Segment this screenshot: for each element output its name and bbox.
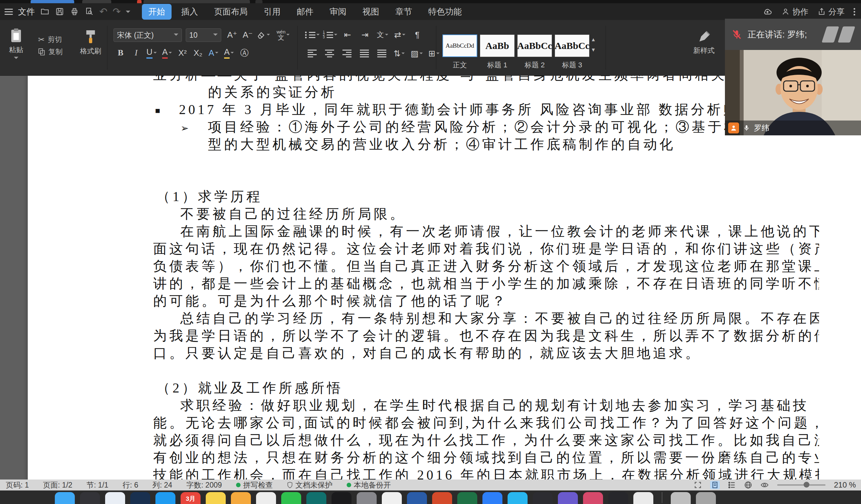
char-scale-button[interactable]: ⇄	[393, 28, 407, 42]
paste-dropdown-icon[interactable]	[14, 57, 18, 61]
clear-format-button[interactable]	[256, 28, 270, 42]
dock-icon-app-teal[interactable]	[306, 492, 326, 504]
dock-icon-app-cyan[interactable]	[508, 492, 528, 504]
dock-icon-mail[interactable]	[155, 492, 175, 504]
font-size-select[interactable]: 10	[186, 28, 221, 42]
dock-icon-excel[interactable]	[457, 492, 477, 504]
open-file-icon[interactable]	[40, 7, 50, 16]
distribute-button[interactable]	[375, 46, 389, 60]
justify-button[interactable]	[357, 46, 371, 60]
dock-icon-app-dark[interactable]	[80, 492, 100, 504]
file-menu[interactable]: 文件	[18, 6, 35, 17]
decrease-indent-button[interactable]: ⇤	[341, 28, 355, 42]
numbered-list-dropdown-icon[interactable]	[334, 34, 337, 37]
underline-button[interactable]: U	[145, 46, 159, 60]
fullscreen-icon[interactable]	[694, 481, 702, 489]
ribbon-tab-1[interactable]: 插入	[175, 4, 204, 20]
hamburger-menu-icon[interactable]	[4, 9, 13, 15]
style-item-0[interactable]: AaBbCcDd正文	[442, 34, 477, 70]
char-scale-dropdown-icon[interactable]	[402, 34, 405, 37]
ribbon-tab-6[interactable]: 视图	[356, 4, 386, 20]
ribbon-tab-0[interactable]: 开始	[142, 4, 172, 20]
document-page[interactable]: 业分析——关于“监管内容的视觉关注程度”与“监管自身危机发生频率两者间相关程度的…	[28, 76, 861, 479]
document-viewport[interactable]: 业分析——关于“监管内容的视觉关注程度”与“监管自身危机发生频率两者间相关程度的…	[0, 76, 861, 479]
shading-button[interactable]: ▨	[410, 46, 424, 60]
dock-icon-calendar[interactable]: 3月	[181, 492, 201, 504]
meeting-overlay[interactable]: 正在讲话: 罗纬;	[725, 19, 861, 135]
styles-scroll-down-icon[interactable]: ▼	[591, 47, 596, 53]
macos-dock[interactable]: 3月	[0, 490, 861, 504]
highlight-button[interactable]: A	[222, 46, 236, 60]
ribbon-tab-8[interactable]: 特色功能	[422, 4, 468, 20]
dock-icon-powerpoint[interactable]	[432, 492, 452, 504]
save-icon[interactable]	[55, 7, 65, 16]
ribbon-tab-2[interactable]: 页面布局	[208, 4, 254, 20]
bold-button[interactable]: B	[113, 46, 128, 60]
shading-dropdown-icon[interactable]	[420, 53, 423, 56]
clear-format-dropdown-icon[interactable]	[267, 34, 270, 37]
cut-button[interactable]: ✂ 剪切	[38, 33, 63, 46]
text-effects-dropdown-icon[interactable]	[215, 52, 218, 55]
dock-icon-word[interactable]	[407, 492, 427, 504]
dock-icon-app-dark2[interactable]	[533, 492, 553, 504]
dock-icon-app-navy[interactable]	[130, 492, 150, 504]
quickbar-dropdown-icon[interactable]	[126, 11, 130, 15]
subscript-button[interactable]: X₂	[191, 46, 205, 60]
dock-icon-wechat[interactable]	[281, 492, 301, 504]
borders-dropdown-icon[interactable]	[436, 53, 439, 56]
dock-icon-app-purple[interactable]	[558, 492, 578, 504]
increase-font-button[interactable]: A⁺	[225, 28, 239, 42]
style-item-1[interactable]: AaBb标题 1	[480, 34, 515, 70]
borders-button[interactable]: ⊞	[427, 46, 441, 60]
eye-protect-icon[interactable]	[761, 481, 769, 489]
font-color-dropdown-icon[interactable]	[169, 52, 172, 55]
superscript-button[interactable]: X²	[175, 46, 190, 60]
print-preview-icon[interactable]	[84, 7, 94, 16]
numbered-list-button[interactable]	[323, 28, 337, 42]
status-item-8[interactable]: 本地备份开	[347, 480, 391, 490]
tab-fragment[interactable]	[82, 0, 111, 3]
decrease-font-button[interactable]: A⁻	[241, 28, 255, 42]
dock-icon-app-dark3[interactable]	[608, 492, 628, 504]
page-view-icon[interactable]	[710, 481, 720, 489]
undo-icon[interactable]: ↶	[99, 7, 107, 16]
bullet-list-button[interactable]	[305, 28, 319, 42]
align-center-button[interactable]	[323, 46, 337, 60]
pinyin-guide-button[interactable]: wén文	[276, 28, 290, 42]
new-style-button[interactable]: 新样式	[693, 29, 715, 55]
asian-layout-dropdown-icon[interactable]	[385, 34, 388, 37]
line-spacing-dropdown-icon[interactable]	[401, 53, 405, 56]
dock-icon-browser[interactable]	[105, 492, 125, 504]
asian-layout-button[interactable]: 文	[375, 28, 390, 42]
increase-indent-button[interactable]: ⇥	[358, 28, 372, 42]
highlight-dropdown-icon[interactable]	[231, 52, 234, 55]
dock-icon-trash[interactable]	[696, 492, 716, 504]
cloud-sync-icon[interactable]	[763, 7, 772, 16]
status-item-5[interactable]: 字数: 2009	[187, 480, 222, 490]
dock-icon-app-grey[interactable]	[357, 492, 377, 504]
style-item-2[interactable]: AaBbCc标题 2	[517, 34, 552, 70]
dock-icon-downloads[interactable]	[671, 492, 691, 504]
char-border-button[interactable]: Ⓐ	[237, 46, 251, 60]
status-item-7[interactable]: 文档未保护	[287, 480, 332, 490]
dock-icon-app-black[interactable]	[331, 492, 352, 504]
text-effects-button[interactable]: A	[206, 46, 221, 60]
webcam-video[interactable]: 罗纬	[725, 50, 861, 135]
show-marks-button[interactable]: ¶	[410, 28, 424, 42]
document-tab-fragment[interactable]	[144, 0, 250, 3]
italic-button[interactable]: I	[129, 46, 143, 60]
web-view-icon[interactable]	[744, 481, 752, 489]
font-name-select[interactable]: 宋体 (正文)	[113, 28, 182, 42]
dock-icon-app-white2[interactable]	[633, 492, 653, 504]
document-tab-strip[interactable]	[0, 0, 861, 3]
line-spacing-button[interactable]: ⇅	[392, 46, 406, 60]
pinyin-dropdown-icon[interactable]	[286, 34, 290, 37]
style-item-3[interactable]: AaBbCc标题 3	[555, 34, 589, 70]
dock-icon-photos[interactable]	[256, 492, 276, 504]
dock-icon-app-white[interactable]	[382, 492, 402, 504]
zoom-slider[interactable]	[777, 484, 825, 486]
ribbon-tab-3[interactable]: 引用	[257, 4, 287, 20]
more-options-icon[interactable]	[853, 8, 855, 15]
dock-icon-notes[interactable]	[206, 492, 226, 504]
copy-button[interactable]: 复制	[38, 46, 63, 58]
